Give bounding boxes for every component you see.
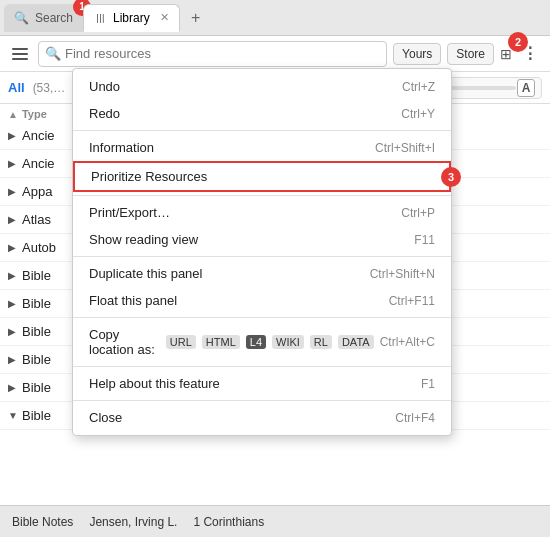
menu-item-copy-location[interactable]: Copy location as: URL HTML L4 WIKI RL DA…	[73, 321, 451, 363]
context-menu-overlay: Undo Ctrl+Z Redo Ctrl+Y Information Ctrl…	[0, 0, 550, 537]
menu-item-prioritize[interactable]: Prioritize Resources 3	[73, 161, 451, 192]
menu-divider	[73, 400, 451, 401]
redo-shortcut: Ctrl+Y	[401, 107, 435, 121]
menu-item-print[interactable]: Print/Export… Ctrl+P	[73, 199, 451, 226]
close-label: Close	[89, 410, 122, 425]
duplicate-shortcut: Ctrl+Shift+N	[370, 267, 435, 281]
information-label: Information	[89, 140, 154, 155]
menu-divider	[73, 366, 451, 367]
prioritize-label: Prioritize Resources	[91, 169, 207, 184]
menu-item-float[interactable]: Float this panel Ctrl+F11	[73, 287, 451, 314]
menu-item-reading-view[interactable]: Show reading view F11	[73, 226, 451, 253]
help-label: Help about this feature	[89, 376, 220, 391]
menu-item-information[interactable]: Information Ctrl+Shift+I	[73, 134, 451, 161]
copy-tag-wiki[interactable]: WIKI	[272, 335, 304, 349]
print-label: Print/Export…	[89, 205, 170, 220]
copy-tag-l4[interactable]: L4	[246, 335, 266, 349]
help-shortcut: F1	[421, 377, 435, 391]
menu-item-duplicate[interactable]: Duplicate this panel Ctrl+Shift+N	[73, 260, 451, 287]
menu-item-redo[interactable]: Redo Ctrl+Y	[73, 100, 451, 127]
copy-tag-html[interactable]: HTML	[202, 335, 240, 349]
undo-label: Undo	[89, 79, 120, 94]
print-shortcut: Ctrl+P	[401, 206, 435, 220]
copy-location-shortcut: Ctrl+Alt+C	[380, 335, 435, 349]
copy-location-left: Copy location as: URL HTML L4 WIKI RL DA…	[89, 327, 374, 357]
menu-divider	[73, 195, 451, 196]
copy-tag-url[interactable]: URL	[166, 335, 196, 349]
undo-shortcut: Ctrl+Z	[402, 80, 435, 94]
float-shortcut: Ctrl+F11	[389, 294, 435, 308]
duplicate-label: Duplicate this panel	[89, 266, 202, 281]
menu-divider	[73, 130, 451, 131]
reading-shortcut: F11	[414, 233, 435, 247]
information-shortcut: Ctrl+Shift+I	[375, 141, 435, 155]
reading-label: Show reading view	[89, 232, 198, 247]
copy-tag-data[interactable]: DATA	[338, 335, 374, 349]
menu-divider	[73, 256, 451, 257]
redo-label: Redo	[89, 106, 120, 121]
menu-item-help[interactable]: Help about this feature F1	[73, 370, 451, 397]
copy-location-label: Copy location as:	[89, 327, 160, 357]
float-label: Float this panel	[89, 293, 177, 308]
menu-item-close[interactable]: Close Ctrl+F4	[73, 404, 451, 431]
prioritize-badge-3[interactable]: 3	[441, 167, 461, 187]
context-menu: Undo Ctrl+Z Redo Ctrl+Y Information Ctrl…	[72, 68, 452, 436]
menu-divider	[73, 317, 451, 318]
close-shortcut: Ctrl+F4	[395, 411, 435, 425]
copy-tag-rl[interactable]: RL	[310, 335, 332, 349]
menu-item-undo[interactable]: Undo Ctrl+Z	[73, 73, 451, 100]
